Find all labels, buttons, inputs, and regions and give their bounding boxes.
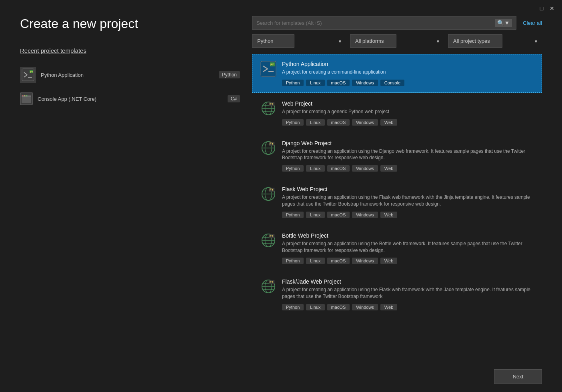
template-icon-bottle-web-project: PY (260, 232, 276, 248)
page-title: Create a new project (20, 16, 240, 31)
recent-item-python-application[interactable]: PY Python Application Python (20, 62, 240, 88)
search-button[interactable]: 🔍▼ (495, 19, 512, 27)
filters-row: Python C# JavaScript TypeScript ▼ All pl… (252, 34, 542, 48)
tag-macos: macOS (327, 212, 350, 218)
project-type-filter-chevron: ▼ (534, 39, 538, 43)
project-type-filter[interactable]: All project types Web Console Library (448, 34, 502, 48)
search-icon: 🔍▼ (497, 20, 510, 26)
tag-linux: Linux (306, 212, 324, 218)
template-name-flask-jade-web-project: Flask/Jade Web Project (282, 278, 534, 285)
template-item-python-application[interactable]: PY Python Application A project for crea… (252, 54, 542, 93)
template-item-django-web-project[interactable]: PY Django Web Project A project for crea… (252, 133, 542, 179)
globe-svg-icon: PY (261, 140, 276, 156)
template-tags-django-web-project: PythonLinuxmacOSWindowsWeb (282, 165, 534, 172)
py-template-icon: PY (260, 61, 276, 77)
tag-python: Python (282, 212, 304, 218)
template-header: PY Django Web Project A project for crea… (260, 140, 534, 172)
tag-web: Web (380, 119, 397, 126)
template-desc-bottle-web-project: A project for creating an application us… (282, 240, 534, 254)
tag-python: Python (282, 258, 304, 264)
recent-item-python-app-badge: Python (219, 71, 240, 78)
tag-macos: macOS (327, 119, 350, 126)
template-icon-django-web-project: PY (260, 140, 276, 156)
language-filter-wrapper: Python C# JavaScript TypeScript ▼ (252, 34, 346, 48)
svg-text:PY: PY (270, 234, 274, 238)
template-info-flask-web-project: Flask Web Project A project for creating… (282, 186, 534, 218)
template-icon-python-application: PY (260, 61, 276, 77)
template-item-bottle-web-project[interactable]: PY Bottle Web Project A project for crea… (252, 226, 542, 271)
template-tags-python-application: PythonLinuxmacOSWindowsConsole (282, 80, 534, 86)
right-panel: 🔍▼ Clear all Python C# JavaScript TypeSc… (252, 16, 542, 392)
template-item-web-project[interactable]: PY Web Project A project for creating a … (252, 94, 542, 132)
left-panel: Create a new project Recent project temp… (20, 16, 252, 392)
template-icon-web-project: PY (260, 100, 276, 116)
svg-text:PY: PY (270, 102, 274, 106)
template-icon-flask-web-project: PY (260, 186, 276, 202)
maximize-icon: □ (540, 5, 543, 12)
template-info-django-web-project: Django Web Project A project for creatin… (282, 140, 534, 172)
template-desc-flask-jade-web-project: A project for creating an application us… (282, 286, 534, 300)
footer: Next (0, 361, 562, 392)
globe-svg-icon: PY (261, 101, 276, 116)
language-filter-chevron: ▼ (338, 39, 342, 43)
tag-macos: macOS (327, 304, 350, 310)
tag-windows: Windows (352, 80, 378, 86)
language-filter[interactable]: Python C# JavaScript TypeScript (252, 34, 294, 48)
svg-point-12 (24, 95, 26, 96)
template-name-flask-web-project: Flask Web Project (282, 186, 534, 192)
tag-windows: Windows (352, 258, 378, 264)
clear-all-link[interactable]: Clear all (523, 20, 542, 26)
template-name-django-web-project: Django Web Project (282, 140, 534, 146)
template-tags-web-project: PythonLinuxmacOSWindowsWeb (282, 119, 534, 126)
recent-item-left-2: Console App (.NET Core) (20, 92, 96, 105)
tag-linux: Linux (306, 119, 324, 126)
template-desc-python-application: A project for creating a command-line ap… (282, 69, 534, 76)
svg-point-13 (26, 95, 28, 96)
platform-filter[interactable]: All platforms Linux macOS Windows (350, 34, 396, 48)
tag-linux: Linux (306, 304, 324, 310)
next-button[interactable]: Next (494, 369, 542, 384)
template-info-python-application: Python Application A project for creatin… (282, 61, 534, 86)
template-header: PY Bottle Web Project A project for crea… (260, 232, 534, 264)
tag-macos: macOS (327, 165, 350, 172)
tag-macos: macOS (327, 80, 350, 86)
template-tags-bottle-web-project: PythonLinuxmacOSWindowsWeb (282, 258, 534, 264)
search-input[interactable] (256, 20, 492, 26)
console-dotnet-svg-icon (20, 92, 33, 105)
python-app-svg-icon: PY (22, 68, 34, 81)
template-header: PY Web Project A project for creating a … (260, 100, 534, 126)
recent-item-python-app-name: Python Application (41, 72, 84, 78)
tag-python: Python (282, 165, 304, 172)
tag-python: Python (282, 80, 304, 86)
recent-item-left: PY Python Application (20, 67, 84, 83)
template-info-web-project: Web Project A project for creating a gen… (282, 100, 534, 126)
platform-filter-wrapper: All platforms Linux macOS Windows ▼ (350, 34, 444, 48)
svg-point-11 (22, 95, 24, 96)
template-tags-flask-web-project: PythonLinuxmacOSWindowsWeb (282, 212, 534, 218)
template-desc-django-web-project: A project for creating an application us… (282, 148, 534, 162)
svg-text:PY: PY (270, 142, 274, 146)
close-button[interactable]: ✕ (548, 5, 556, 12)
tag-macos: macOS (327, 258, 350, 264)
tag-linux: Linux (306, 258, 324, 264)
recent-item-console-dotnet[interactable]: Console App (.NET Core) C# (20, 88, 240, 110)
recent-section-title: Recent project templates (20, 47, 240, 54)
globe-svg-icon: PY (261, 279, 276, 294)
recent-item-console-dotnet-badge: C# (228, 95, 240, 102)
project-type-filter-wrapper: All project types Web Console Library ▼ (448, 34, 542, 48)
tag-windows: Windows (352, 119, 378, 126)
template-item-flask-web-project[interactable]: PY Flask Web Project A project for creat… (252, 179, 542, 225)
recent-item-console-dotnet-name: Console App (.NET Core) (38, 96, 96, 102)
tag-web: Web (380, 258, 397, 264)
tag-python: Python (282, 119, 304, 126)
tag-linux: Linux (306, 80, 324, 86)
svg-text:PY: PY (270, 63, 274, 66)
tag-windows: Windows (352, 165, 378, 172)
globe-svg-icon: PY (261, 186, 276, 202)
template-list: PY Python Application A project for crea… (252, 54, 542, 392)
template-item-flask-jade-web-project[interactable]: PY Flask/Jade Web Project A project for … (252, 272, 542, 317)
template-info-bottle-web-project: Bottle Web Project A project for creatin… (282, 232, 534, 264)
close-icon: ✕ (550, 5, 554, 12)
maximize-button[interactable]: □ (538, 5, 545, 12)
search-box: 🔍▼ (252, 16, 516, 30)
